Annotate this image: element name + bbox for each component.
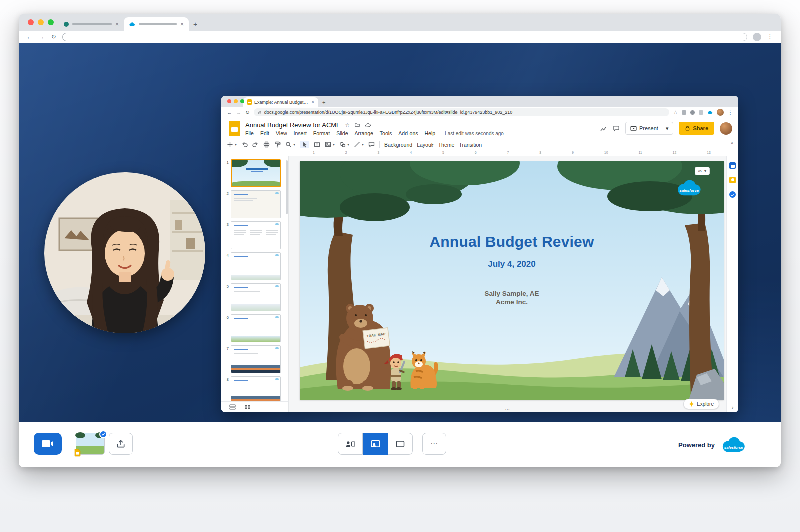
slide-thumbnail-1[interactable]: 1 xyxy=(222,159,286,187)
menu-arrange[interactable]: Arrange xyxy=(354,130,373,136)
tasks-icon[interactable] xyxy=(730,191,736,198)
refresh-icon[interactable]: ↻ xyxy=(50,33,57,40)
slides-browser-tab[interactable]: Example: Annual Budget Revie × xyxy=(244,97,318,107)
close-window-button[interactable] xyxy=(28,19,34,25)
menu-view[interactable]: View xyxy=(276,130,288,136)
zoom-dropdown-icon[interactable]: ▾ xyxy=(294,142,296,147)
print-icon[interactable] xyxy=(264,141,270,148)
inner-fullscreen-button[interactable] xyxy=(240,99,244,103)
grid-view-icon[interactable] xyxy=(245,404,251,410)
extension-icon[interactable] xyxy=(699,110,704,115)
address-bar[interactable] xyxy=(62,33,748,41)
menu-slide[interactable]: Slide xyxy=(336,130,348,136)
share-button[interactable]: Share xyxy=(679,122,714,135)
menu-file[interactable]: File xyxy=(246,130,254,136)
slide-thumbnail-8[interactable]: 8 xyxy=(222,376,286,404)
inner-new-tab-button[interactable]: + xyxy=(322,99,326,107)
redo-icon[interactable] xyxy=(252,141,259,148)
close-icon[interactable]: × xyxy=(312,99,314,105)
extension-icon[interactable] xyxy=(690,110,695,115)
menu-help[interactable]: Help xyxy=(424,130,436,136)
google-slides-icon[interactable] xyxy=(229,121,240,136)
last-edit-link[interactable]: Last edit was seconds ago xyxy=(445,131,504,136)
back-icon[interactable]: ← xyxy=(26,33,33,40)
expand-rail-icon[interactable]: › xyxy=(732,404,734,410)
present-button[interactable]: Present ▾ xyxy=(626,122,674,135)
forward-icon[interactable]: → xyxy=(38,33,45,40)
slide-date[interactable]: July 4, 2020 xyxy=(300,259,724,269)
browser-menu-icon[interactable]: ⋮ xyxy=(767,33,774,40)
star-document-icon[interactable]: ☆ xyxy=(346,122,350,128)
layout-presenter-overlay-button-active[interactable] xyxy=(363,433,388,455)
forward-icon[interactable]: → xyxy=(236,109,242,115)
insert-image-icon[interactable] xyxy=(325,141,332,148)
slide-canvas[interactable]: TRAIL MAP xyxy=(289,156,726,412)
close-icon[interactable]: × xyxy=(116,21,119,27)
thumbnail-scrollbar[interactable] xyxy=(286,160,288,214)
menu-addons[interactable]: Add-ons xyxy=(398,130,418,136)
theme-button[interactable]: Theme xyxy=(438,142,455,148)
slide-thumbnail-5[interactable]: 5 xyxy=(222,283,286,311)
slide-thumbnail-3[interactable]: 3 xyxy=(222,221,286,249)
undo-icon[interactable] xyxy=(242,141,248,148)
menu-tools[interactable]: Tools xyxy=(380,130,392,136)
close-icon[interactable]: × xyxy=(180,21,184,27)
new-slide-icon[interactable] xyxy=(227,141,234,148)
more-options-button[interactable]: ⋯ xyxy=(422,433,446,455)
slide-presenter-block[interactable]: Sally Sample, AE Acme Inc. xyxy=(300,289,724,306)
profile-avatar[interactable] xyxy=(717,109,724,116)
refresh-icon[interactable]: ↻ xyxy=(246,109,250,115)
image-dropdown-icon[interactable]: ▾ xyxy=(333,142,335,147)
shape-dropdown-icon[interactable]: ▾ xyxy=(348,142,350,147)
link-options-chip[interactable]: ∞ ▾ xyxy=(695,167,710,175)
browser-avatar[interactable] xyxy=(753,33,762,41)
bookmark-star-icon[interactable]: ☆ xyxy=(674,110,678,115)
inner-minimize-button[interactable] xyxy=(234,99,238,103)
insert-comment-icon[interactable] xyxy=(368,141,375,148)
move-folder-icon[interactable] xyxy=(354,122,360,128)
activity-chart-icon[interactable] xyxy=(600,125,608,132)
inner-close-button[interactable] xyxy=(228,99,232,103)
shape-icon[interactable] xyxy=(340,141,346,148)
explore-button[interactable]: Explore xyxy=(684,399,720,409)
inner-browser-menu-icon[interactable]: ⋮ xyxy=(728,109,734,115)
comment-icon[interactable] xyxy=(613,125,620,132)
filmstrip-view-icon[interactable] xyxy=(230,404,236,410)
hide-menus-icon[interactable]: ^ xyxy=(731,142,734,147)
keep-icon[interactable] xyxy=(730,177,736,183)
calendar-icon[interactable] xyxy=(730,162,736,169)
slide-title[interactable]: Annual Budget Review xyxy=(300,233,724,250)
extension-icon[interactable] xyxy=(682,110,686,115)
share-content-button[interactable] xyxy=(109,433,133,455)
camera-toggle-button[interactable] xyxy=(34,433,62,455)
minimize-window-button[interactable] xyxy=(38,19,44,25)
select-tool-active[interactable] xyxy=(300,141,310,148)
paint-format-icon[interactable] xyxy=(274,141,281,148)
current-slide[interactable]: TRAIL MAP xyxy=(300,161,724,400)
outer-tab-1[interactable]: × xyxy=(59,17,124,31)
slide-thumbnail-6[interactable]: 6 xyxy=(222,314,286,342)
document-title[interactable]: Annual Budget Review for ACME xyxy=(246,121,341,129)
salesforce-extension-icon[interactable] xyxy=(708,110,713,114)
present-dropdown-icon[interactable]: ▾ xyxy=(666,125,669,132)
layout-side-by-side-button[interactable] xyxy=(338,433,363,455)
outer-tab-2-active[interactable]: × xyxy=(124,17,189,31)
textbox-icon[interactable] xyxy=(314,141,320,148)
slide-thumbnail-4[interactable]: 4 xyxy=(222,252,286,280)
layout-screen-only-button[interactable] xyxy=(388,433,413,455)
menu-edit[interactable]: Edit xyxy=(260,130,270,136)
menu-format[interactable]: Format xyxy=(314,130,330,136)
transition-button[interactable]: Transition xyxy=(459,142,482,148)
menu-insert[interactable]: Insert xyxy=(294,130,307,136)
slide-thumbnail-7[interactable]: 7 xyxy=(222,345,286,373)
shared-content-thumbnail[interactable] xyxy=(76,433,105,455)
back-icon[interactable]: ← xyxy=(227,109,232,115)
slide-thumbnail-2[interactable]: 2 xyxy=(222,190,286,218)
line-dropdown-icon[interactable]: ▾ xyxy=(362,142,364,147)
fullscreen-window-button[interactable] xyxy=(48,19,54,25)
inner-address-bar[interactable]: docs.google.com/presentation/d/1UOCjaF2q… xyxy=(254,108,670,116)
background-button[interactable]: Background xyxy=(384,142,412,148)
account-avatar[interactable] xyxy=(720,122,732,135)
new-slide-dropdown-icon[interactable]: ▾ xyxy=(235,142,237,147)
line-tool-icon[interactable] xyxy=(354,141,360,148)
